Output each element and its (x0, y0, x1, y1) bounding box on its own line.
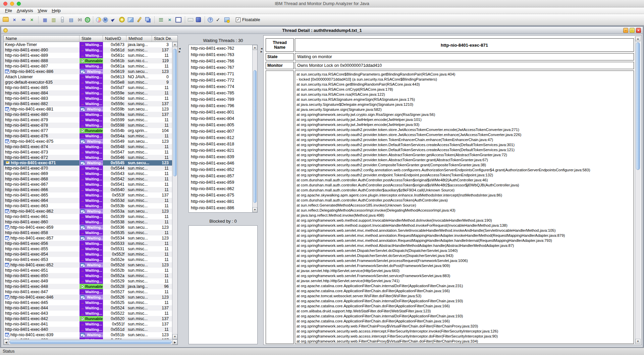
pointer-icon[interactable] (109, 16, 117, 24)
open-file-icon[interactable] (2, 16, 9, 24)
thread-row[interactable]: http-nio-8401-exec-869→Waiting...0x5543s… (4, 171, 172, 176)
window-blue-icon[interactable] (195, 16, 202, 24)
done-icon[interactable]: × (28, 16, 36, 24)
collapse-left-icon[interactable]: ◀ (179, 47, 182, 50)
column-header-name[interactable]: Name (4, 36, 79, 42)
window-close-button[interactable]: × (636, 28, 641, 33)
window-minimize-button[interactable]: – (623, 28, 628, 33)
close-all-dumps-icon[interactable]: ×× (19, 16, 27, 24)
thread-row[interactable]: http-nio-8401-exec-874→Waiting...0x5548s… (4, 144, 172, 149)
thread-row[interactable]: http-nio-8401-exec-888▶Runnable0x561bsun… (4, 58, 172, 63)
menu-file[interactable]: File (3, 8, 14, 13)
waiting-thread-item[interactable]: http-nio-8401-exec-805 (189, 122, 252, 128)
splitter-left[interactable]: ◀ ▶ (179, 47, 182, 53)
thread-row[interactable]: http-nio-8401-exec-878→Waiting...0x5598s… (4, 123, 172, 128)
scroll-thumb[interactable] (253, 70, 257, 203)
settings-image-icon[interactable] (223, 16, 230, 24)
thread-row[interactable]: http-nio-8401-exec-886Waiting...0x5619su… (4, 69, 172, 74)
console-icon[interactable]: … (188, 18, 193, 21)
waiting-thread-item[interactable]: http-nio-8401-exec-821 (189, 147, 252, 154)
thread-row[interactable]: http-nio-8401-exec-868→Waiting...0x5542s… (4, 176, 172, 182)
thread-row[interactable]: http-nio-8401-exec-839Waiting...0x551bsu… (4, 332, 172, 338)
thread-row[interactable]: http-nio-8401-exec-870→Waiting...0x5544s… (4, 166, 172, 171)
thread-row[interactable]: http-nio-8401-exec-850→Waiting...0x552as… (4, 273, 172, 278)
waiting-thread-item[interactable]: http-nio-8401-exec-804 (189, 116, 252, 122)
thread-row[interactable]: http-nio-8401-exec-855→Waiting...0x5531s… (4, 246, 172, 252)
waiting-thread-item[interactable]: http-nio-8401-exec-766 (189, 58, 252, 64)
waiting-thread-item[interactable]: http-nio-8401-exec-859 (189, 179, 252, 186)
waiting-thread-item[interactable]: http-nio-8401-exec-789 (189, 96, 252, 103)
waiting-thread-item[interactable]: http-nio-8401-exec-862 (189, 186, 252, 192)
scroll-up-icon[interactable]: ▲ (635, 36, 641, 41)
thread-row[interactable]: http-nio-8401-exec-859Waiting...0x5536su… (4, 225, 172, 230)
thread-row[interactable]: http-nio-8401-exec-847→Waiting...0x5527s… (4, 289, 172, 295)
compare-threads-icon[interactable]: × (166, 16, 173, 24)
thread-row[interactable]: http-nio-8401-exec-853→Waiting...0x552es… (4, 257, 172, 262)
thread-row[interactable]: http-nio-8401-exec-856→Waiting...0x5533s… (4, 241, 172, 246)
waiting-thread-item[interactable]: http-nio-8401-exec-785 (189, 90, 252, 96)
thread-row[interactable]: http-nio-8401-exec-872→Waiting...0x5546s… (4, 155, 172, 160)
new-window-icon[interactable] (175, 16, 182, 24)
column-header-state[interactable]: State (79, 36, 103, 42)
thread-row[interactable]: http-nio-8401-exec-865→Waiting...0x553fs… (4, 192, 172, 198)
floatable-checkbox[interactable]: ✓ Floatable (236, 17, 260, 22)
thread-row[interactable]: http-nio-8401-exec-880→Waiting...0x559as… (4, 112, 172, 117)
waiting-thread-item[interactable]: http-nio-8401-exec-774 (189, 84, 252, 90)
thread-row[interactable]: http-nio-8401-exec-851→Waiting...0x552bs… (4, 268, 172, 273)
thread-row[interactable]: http-nio-8401-exec-867→Waiting...0x5541s… (4, 182, 172, 187)
thread-row[interactable]: http-nio-8401-exec-843→Waiting...0x5522s… (4, 311, 172, 316)
waiting-thread-item[interactable]: http-nio-8401-exec-763 (189, 52, 252, 58)
waiting-thread-item[interactable]: http-nio-8401-exec-812 (189, 135, 252, 141)
thread-row[interactable]: http-nio-8401-exec-840→Waiting...0x551ds… (4, 327, 172, 332)
thread-list-icon[interactable] (157, 16, 165, 24)
thread-row[interactable]: http-nio-8401-exec-857Waiting...0x5534su… (4, 235, 172, 241)
column-header-nativeid[interactable]: NativeID (103, 36, 126, 42)
thread-row[interactable]: http-nio-8401-exec-861→Waiting...0x5539s… (4, 214, 172, 219)
expression-icon[interactable]: (x) (76, 16, 84, 24)
thread-row[interactable]: Attach Listener→Waiting...0x5613NO JAVA.… (4, 74, 172, 80)
thread-table-vscrollbar[interactable]: ▲ ▼ (172, 42, 177, 339)
thread-row[interactable]: http-nio-8401-exec-862Waiting...0x553asu… (4, 209, 172, 214)
gear-icon[interactable] (118, 16, 125, 24)
detail-vscrollbar[interactable]: ▲ ▼ (635, 36, 641, 344)
thread-row[interactable]: http-nio-8401-exec-877▶Runnable0x554borg… (4, 128, 172, 133)
waiting-thread-item[interactable]: http-nio-8401-exec-772 (189, 77, 252, 84)
column-header-method[interactable]: Method (126, 36, 152, 42)
waiting-thread-item[interactable]: http-nio-8401-exec-852 (189, 167, 252, 173)
waiting-thread-item[interactable]: http-nio-8401-exec-881 (189, 198, 252, 205)
expand-right-icon[interactable]: ▶ (179, 50, 182, 53)
scroll-down-icon[interactable]: ▼ (253, 207, 257, 212)
thread-row[interactable]: http-nio-8401-exec-844→Waiting...0x5524s… (4, 305, 172, 311)
thread-row[interactable]: http-nio-8401-exec-871Waiting...0x5545su… (4, 160, 172, 166)
document-titlebar[interactable]: Thread Detail : auththreaddump4.txt_1 – … (1, 27, 643, 34)
thread-row[interactable]: http-nio-8401-exec-876→Waiting...0x554as… (4, 133, 172, 139)
scroll-down-icon[interactable]: ▼ (172, 334, 177, 339)
thread-row[interactable]: http-nio-8401-exec-879→Waiting...0x5599s… (4, 117, 172, 123)
attach-icon[interactable] (136, 16, 143, 24)
thread-row[interactable]: http-nio-8401-exec-884→Waiting...0x559es… (4, 90, 172, 96)
thread-row[interactable]: http-nio-8401-exec-846Waiting...0x5526su… (4, 295, 172, 300)
thread-row[interactable]: http-nio-8401-exec-866→Waiting...0x5540s… (4, 187, 172, 192)
waiting-thread-item[interactable]: http-nio-8401-exec-857 (189, 173, 252, 179)
thread-row[interactable]: http-nio-8401-exec-864→Waiting...0x553ds… (4, 198, 172, 203)
thread-row[interactable]: http-nio-8401-exec-863→Waiting...0x553bs… (4, 203, 172, 209)
scroll-right-icon[interactable]: ▶ (172, 340, 177, 345)
waiting-thread-item[interactable]: http-nio-8401-exec-846 (189, 160, 252, 167)
thread-row[interactable]: http-nio-8401-exec-890→Waiting...0x561ds… (4, 47, 172, 53)
thread-row[interactable]: http-nio-8401-exec-889→Waiting...0x561cs… (4, 53, 172, 58)
scroll-thumb[interactable] (173, 49, 177, 176)
waiting-thread-item[interactable]: http-nio-8401-exec-801 (189, 109, 252, 116)
waiting-thread-item[interactable]: http-nio-8401-exec-771 (189, 71, 252, 77)
gc-icon[interactable]: C (85, 17, 90, 23)
scroll-thumb[interactable] (9, 340, 172, 344)
pie-chart-icon[interactable] (96, 17, 101, 23)
thread-row[interactable]: http-nio-8401-exec-858→Waiting...0x5535s… (4, 230, 172, 235)
close-dump-icon[interactable]: × (11, 16, 18, 24)
thread-row[interactable]: http-nio-8401-exec-882→Waiting...0x559cs… (4, 101, 172, 106)
waiting-thread-item[interactable]: http-nio-8401-exec-818 (189, 141, 252, 147)
menu-analysis[interactable]: Analysis (14, 8, 35, 13)
memory-icon[interactable]: ▥ (50, 16, 57, 24)
window-maximize-button[interactable]: □ (630, 28, 635, 33)
thread-row[interactable]: http-nio-8401-exec-885→Waiting...0x55d7s… (4, 85, 172, 90)
thread-row[interactable]: http-nio-8401-exec-887→Waiting...0x561as… (4, 63, 172, 69)
